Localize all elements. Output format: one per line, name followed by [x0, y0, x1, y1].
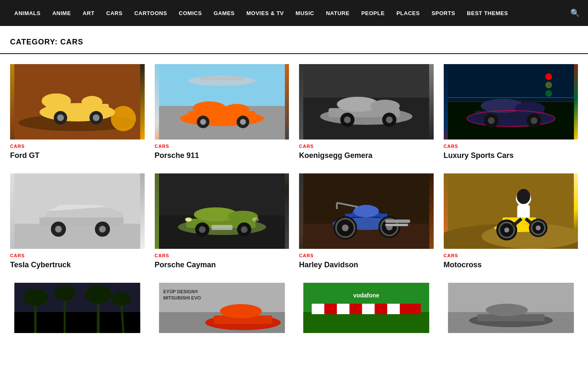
svg-point-92	[517, 189, 530, 204]
card-image-ford-gt	[10, 64, 145, 139]
svg-rect-122	[303, 312, 429, 333]
card-luxury[interactable]: CARS Luxury Sports Cars	[444, 64, 578, 160]
svg-rect-127	[387, 304, 400, 314]
svg-rect-124	[312, 304, 324, 314]
category-header: CATEGORY: CARS	[0, 26, 588, 54]
svg-point-69	[241, 226, 247, 233]
card-category-cayman: CARS	[155, 253, 289, 258]
svg-rect-50	[14, 224, 140, 249]
card-motocross[interactable]: CARS Motocross	[444, 173, 578, 269]
bottom-card-palm[interactable]	[10, 283, 145, 333]
svg-text:vodafone: vodafone	[353, 292, 379, 299]
card-title-porsche-911: Porsche 911	[155, 151, 289, 160]
page-title: CATEGORY: CARS	[10, 38, 578, 46]
svg-point-40	[515, 102, 545, 114]
svg-point-107	[23, 289, 48, 306]
card-image-harley	[299, 173, 434, 249]
svg-point-101	[536, 225, 541, 230]
svg-point-32	[386, 116, 393, 123]
card-title-motocross: Motocross	[444, 261, 578, 269]
svg-point-8	[57, 114, 64, 121]
svg-point-28	[370, 100, 400, 112]
svg-rect-53	[39, 217, 123, 226]
nav-music[interactable]: MUSIC	[290, 10, 320, 16]
svg-point-18	[224, 104, 249, 115]
svg-text:MITSUBISHI EVO: MITSUBISHI EVO	[163, 295, 201, 300]
svg-point-2	[111, 106, 136, 131]
nav-movies-tv[interactable]: MOVIES & TV	[241, 10, 290, 16]
svg-rect-70	[211, 225, 232, 230]
card-category-motocross: CARS	[444, 253, 578, 258]
nav-places[interactable]: PLACES	[390, 10, 426, 16]
card-category-harley: CARS	[299, 253, 434, 258]
card-harley[interactable]: CARS Harley Davidson	[299, 173, 434, 269]
card-title-cayman: Porsche Cayman	[155, 261, 289, 269]
bottom-card-grey[interactable]	[444, 283, 578, 333]
svg-point-6	[81, 96, 102, 108]
card-image-motocross	[444, 173, 578, 249]
nav-people[interactable]: PEOPLE	[355, 10, 390, 16]
bottom-card-mitsubishi[interactable]: EYÜP DESIGN® MITSUBISHI EVO	[155, 283, 289, 333]
svg-point-57	[99, 226, 106, 232]
svg-point-82	[342, 225, 349, 231]
svg-rect-87	[385, 224, 408, 226]
svg-point-120	[220, 304, 262, 318]
nav-comics[interactable]: COMICS	[173, 10, 208, 16]
svg-point-5	[42, 93, 71, 108]
svg-point-98	[504, 227, 509, 232]
card-category-luxury: CARS	[444, 144, 578, 149]
card-title-cybertruck: Tesla Cybertruck	[10, 261, 145, 269]
svg-rect-14	[201, 77, 243, 80]
nav-animals[interactable]: ANIMALS	[8, 10, 47, 16]
nav-anime[interactable]: ANIME	[47, 10, 77, 16]
svg-point-64	[185, 217, 192, 222]
svg-point-67	[199, 226, 206, 233]
bottom-card-race[interactable]: vodafone	[299, 283, 434, 333]
svg-point-45	[531, 117, 537, 124]
svg-point-65	[252, 217, 259, 222]
card-ford-gt[interactable]: CARS Ford GT	[10, 64, 145, 160]
card-cayman[interactable]: CARS Porsche Cayman	[155, 173, 289, 269]
search-icon[interactable]: 🔍	[570, 8, 580, 18]
card-category-ford-gt: CARS	[10, 144, 145, 149]
bottom-row: EYÜP DESIGN® MITSUBISHI EVO vodafone	[0, 283, 588, 333]
svg-rect-93	[517, 205, 530, 220]
svg-point-30	[344, 116, 351, 123]
svg-rect-126	[362, 304, 375, 314]
svg-point-10	[93, 114, 99, 121]
nav-art[interactable]: ART	[77, 10, 100, 16]
svg-text:EYÜP DESIGN®: EYÜP DESIGN®	[163, 289, 198, 294]
nav-sports[interactable]: SPORTS	[426, 10, 461, 16]
card-image-porsche-911	[155, 64, 289, 139]
nav-cars[interactable]: CARS	[100, 10, 128, 16]
svg-point-48	[545, 90, 552, 97]
card-koenigsegg[interactable]: CARS Koenigsegg Gemera	[299, 64, 434, 160]
card-image-koenigsegg	[299, 64, 434, 139]
card-image-luxury	[444, 64, 578, 139]
card-grid: CARS Ford GT CARS Porsche 91	[0, 64, 588, 269]
svg-point-47	[545, 82, 552, 88]
svg-point-113	[111, 292, 131, 305]
card-category-koenigsegg: CARS	[299, 144, 434, 149]
top-navigation: ANIMALS ANIME ART CARS CARTOONS COMICS G…	[0, 0, 588, 26]
nav-best-themes[interactable]: BEST THEMES	[461, 10, 514, 16]
nav-nature[interactable]: NATURE	[320, 10, 355, 16]
card-category-cybertruck: CARS	[10, 253, 145, 258]
card-title-luxury: Luxury Sports Cars	[444, 151, 578, 160]
card-title-koenigsegg: Koenigsegg Gemera	[299, 151, 434, 160]
svg-point-17	[193, 101, 226, 115]
card-image-cayman	[155, 173, 289, 249]
card-title-ford-gt: Ford GT	[10, 151, 145, 160]
svg-rect-86	[385, 220, 410, 223]
card-cybertruck[interactable]: CARS Tesla Cybertruck	[10, 173, 145, 269]
nav-cartoons[interactable]: CARTOONS	[128, 10, 173, 16]
card-image-cybertruck	[10, 173, 145, 249]
svg-point-55	[55, 226, 62, 232]
svg-point-20	[200, 119, 206, 125]
svg-point-22	[240, 119, 246, 125]
svg-point-109	[54, 286, 75, 301]
nav-games[interactable]: GAMES	[208, 10, 240, 16]
svg-point-43	[488, 117, 494, 124]
card-porsche-911[interactable]: CARS Porsche 911	[155, 64, 289, 160]
card-title-harley: Harley Davidson	[299, 261, 434, 269]
